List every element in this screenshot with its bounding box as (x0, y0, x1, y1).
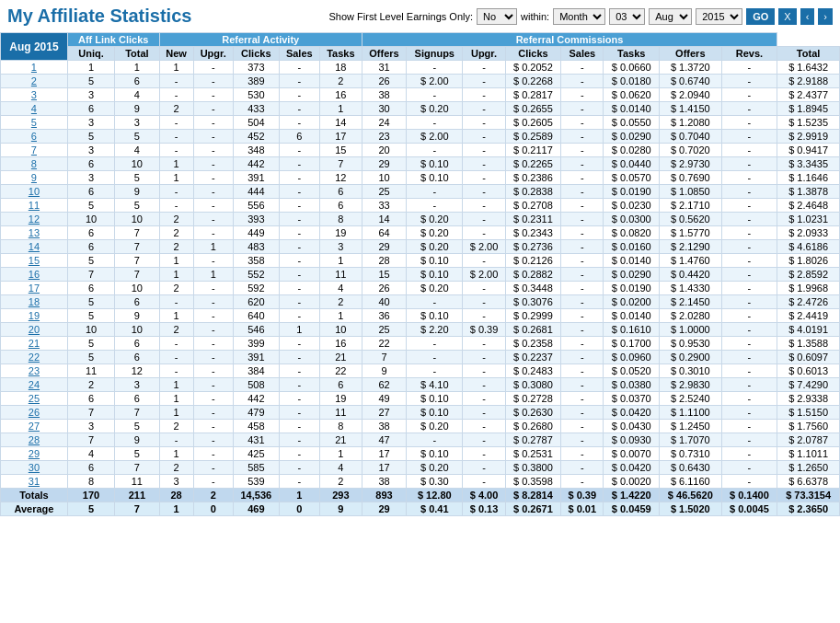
day-link[interactable]: 1 (31, 62, 37, 73)
day-link[interactable]: 30 (29, 462, 40, 473)
cell-offers: 38 (362, 420, 406, 433)
cell-day[interactable]: 3 (1, 88, 68, 102)
cell-c_tasks: $ 0.0140 (604, 254, 660, 268)
day-link[interactable]: 23 (29, 365, 40, 376)
cell-clicks: 449 (233, 226, 279, 240)
cell-day[interactable]: 14 (1, 240, 68, 254)
cell-upgr: - (193, 75, 233, 88)
cell-new: 2 (159, 420, 193, 433)
cell-day[interactable]: 13 (1, 226, 68, 240)
cell-day[interactable]: 25 (1, 392, 68, 406)
cell-c_offers: $ 0.4420 (659, 268, 721, 282)
year-select[interactable]: 2015 (696, 8, 742, 25)
cell-c_revs: - (721, 226, 777, 240)
cell-day[interactable]: 31 (1, 475, 68, 489)
day-link[interactable]: 12 (29, 213, 40, 225)
cell-c_tasks: $ 0.1700 (604, 337, 660, 351)
first-level-select[interactable]: No Yes (477, 8, 517, 25)
cell-c_total: $ 1.3878 (777, 185, 840, 199)
day-link[interactable]: 25 (29, 393, 40, 404)
day-link[interactable]: 4 (31, 103, 37, 114)
cell-day[interactable]: 22 (1, 351, 68, 364)
cell-c_upgr: - (463, 185, 505, 199)
day-link[interactable]: 24 (29, 379, 40, 390)
day-link[interactable]: 18 (29, 296, 40, 307)
day-link[interactable]: 26 (29, 407, 40, 418)
day-link[interactable]: 7 (31, 144, 37, 156)
prev-button[interactable]: ‹ (800, 8, 815, 25)
cell-c_clicks: $ 0.2838 (505, 185, 561, 199)
day-link[interactable]: 21 (29, 338, 40, 349)
day-link[interactable]: 2 (31, 75, 37, 87)
cell-day[interactable]: 15 (1, 254, 68, 268)
day-link[interactable]: 19 (29, 310, 40, 321)
cell-day[interactable]: 27 (1, 420, 68, 433)
next-button[interactable]: › (818, 8, 833, 25)
cell-c_clicks: $ 0.2117 (505, 144, 561, 157)
day-link[interactable]: 11 (29, 200, 40, 211)
cell-c_clicks: $ 0.2882 (505, 268, 561, 282)
cell-c_total: $ 4.6186 (777, 240, 840, 254)
day-link[interactable]: 6 (31, 131, 37, 142)
cell-day[interactable]: 18 (1, 295, 68, 309)
day-link[interactable]: 27 (29, 421, 40, 432)
cell-day[interactable]: 19 (1, 309, 68, 323)
cell-c_signups: $ 0.10 (407, 171, 463, 185)
cell-c_offers: $ 1.4150 (659, 102, 721, 116)
cell-c_total: $ 1.9968 (777, 282, 840, 295)
cell-day[interactable]: 11 (1, 199, 68, 213)
cell-day[interactable]: 24 (1, 378, 68, 392)
day-link[interactable]: 5 (31, 117, 37, 128)
day-link[interactable]: 9 (31, 172, 37, 183)
day-link[interactable]: 28 (29, 434, 40, 445)
cell-c_upgr: - (463, 433, 505, 447)
cell-day[interactable]: 10 (1, 185, 68, 199)
cell-sales: - (279, 364, 319, 378)
day-link[interactable]: 13 (29, 227, 40, 238)
day-link[interactable]: 20 (29, 324, 40, 335)
cell-day[interactable]: 28 (1, 433, 68, 447)
cell-c_revs: - (721, 282, 777, 295)
cell-day[interactable]: 29 (1, 447, 68, 461)
cell-day[interactable]: 4 (1, 102, 68, 116)
period-select[interactable]: Day Month Week Year (553, 8, 605, 25)
cell-c_total: $ 1.5150 (777, 406, 840, 420)
cell-day[interactable]: 6 (1, 130, 68, 144)
day-link[interactable]: 8 (31, 158, 37, 169)
month-select[interactable]: JanFebMarApr MayJunJulAug SepOctNovDec (649, 8, 692, 25)
cell-c_tasks: $ 0.0620 (604, 88, 660, 102)
cell-day[interactable]: 1 (1, 61, 68, 75)
cell-c_revs: - (721, 392, 777, 406)
day-link[interactable]: 31 (29, 476, 40, 487)
cell-day[interactable]: 20 (1, 323, 68, 337)
cell-day[interactable]: 5 (1, 116, 68, 130)
cell-day[interactable]: 8 (1, 157, 68, 171)
go-button[interactable]: GO (746, 8, 775, 25)
cell-day[interactable]: 23 (1, 364, 68, 378)
cell-day[interactable]: 17 (1, 282, 68, 295)
day-link[interactable]: 29 (29, 448, 40, 459)
day-link[interactable]: 16 (29, 269, 40, 280)
cell-day[interactable]: 21 (1, 337, 68, 351)
cell-day[interactable]: 7 (1, 144, 68, 157)
cell-day[interactable]: 16 (1, 268, 68, 282)
cell-day[interactable]: 26 (1, 406, 68, 420)
day-link[interactable]: 17 (29, 283, 40, 294)
average-c-offers: $ 1.5020 (659, 502, 721, 516)
day-link[interactable]: 3 (31, 89, 37, 100)
cell-uniq: 6 (67, 392, 114, 406)
day-link[interactable]: 22 (29, 352, 40, 363)
table-row: 24231-508-662$ 4.10-$ 0.3080-$ 0.0380$ 2… (1, 378, 840, 392)
day-link[interactable]: 15 (29, 255, 40, 266)
cell-day[interactable]: 9 (1, 171, 68, 185)
cell-day[interactable]: 2 (1, 75, 68, 88)
cell-new: 1 (159, 406, 193, 420)
cell-c_offers: $ 2.5240 (659, 392, 721, 406)
day-link[interactable]: 14 (29, 241, 40, 252)
x-button[interactable]: X (778, 8, 796, 25)
cell-day[interactable]: 30 (1, 461, 68, 475)
field1-select[interactable]: 03 (609, 8, 645, 25)
day-link[interactable]: 10 (29, 186, 40, 197)
cell-c_tasks: $ 0.0370 (604, 392, 660, 406)
cell-day[interactable]: 12 (1, 213, 68, 226)
